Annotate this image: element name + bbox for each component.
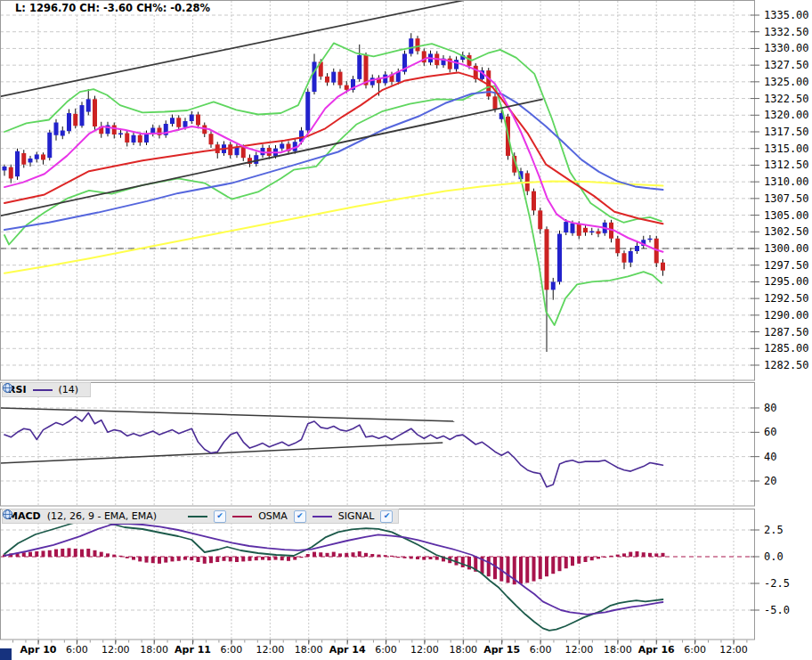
candle-body [86, 99, 91, 111]
last-price-readout: L: 1296.70 CH: -3.60 CH%: -0.28% [12, 2, 213, 14]
osma-bar [183, 557, 187, 560]
osma-bar [551, 557, 555, 574]
candle-body [176, 118, 181, 126]
osma-bar [261, 557, 264, 560]
rsi-tick-label: 20 [764, 475, 776, 487]
osma-bar [539, 557, 542, 579]
osma-label: OSMA [258, 510, 288, 522]
main-grid [0, 1, 755, 380]
price-tick-label: 1335.00 [764, 9, 809, 21]
candle-body [209, 134, 214, 144]
rsi-panel [0, 408, 663, 487]
price-tick-label: 1325.00 [764, 76, 809, 88]
candle-body [28, 159, 33, 162]
candle-body [313, 61, 317, 92]
main-panel-border [1, 1, 755, 381]
candle-body [635, 246, 639, 251]
macd-title: MACD [8, 510, 41, 522]
osma-bar [662, 553, 665, 557]
time-tick-label: 6:00 [684, 644, 706, 656]
time-tick-label: 6:00 [530, 644, 552, 656]
macd-panel [0, 519, 755, 631]
osma-bar [54, 550, 58, 557]
osma-bar [255, 557, 258, 560]
osma-bar [190, 557, 193, 560]
osma-bar [100, 552, 103, 557]
osma-checkbox[interactable]: ✔ [294, 510, 306, 523]
panel-borders [1, 1, 755, 640]
osma-bar [203, 557, 207, 564]
candle-body [170, 118, 175, 124]
osma-bar [22, 552, 26, 557]
candle-body [589, 232, 594, 232]
osma-histogram [3, 548, 665, 584]
osma-bar [461, 557, 465, 567]
candle-body [338, 72, 343, 86]
osma-bar [177, 557, 181, 561]
osma-bar [564, 557, 568, 568]
price-axis[interactable]: 1335.001332.501330.001327.501325.001322.… [751, 9, 809, 616]
osma-bar [422, 557, 426, 560]
osma-bar [435, 557, 439, 560]
signal-checkbox[interactable]: ✔ [380, 510, 393, 523]
osma-bar [164, 557, 167, 563]
macd-line-checkbox[interactable]: ✔ [214, 510, 226, 523]
price-tick-label: 1312.50 [764, 159, 809, 171]
candle-body [118, 133, 123, 134]
osma-bar [74, 549, 77, 557]
price-tick-label: 1310.00 [764, 175, 809, 188]
osma-bar [132, 557, 135, 560]
price-tick-label: 1320.00 [764, 109, 809, 121]
osma-bar [86, 549, 90, 557]
osma-bar [61, 549, 64, 557]
rsi-grid [0, 382, 755, 506]
time-tick-label: Apr 16 [638, 644, 675, 656]
candle-body [493, 96, 498, 109]
candle-body [280, 143, 284, 148]
osma-bar [248, 557, 252, 561]
osma-bar [267, 557, 271, 560]
candle-body [571, 224, 575, 233]
osma-bar [507, 557, 510, 583]
candle-body [629, 251, 633, 263]
candle-body [125, 133, 129, 142]
osma-bar [622, 553, 626, 557]
candle-body [228, 144, 232, 155]
macd-tick-label: 2.5 [764, 524, 784, 536]
price-tick-label: 1332.50 [764, 26, 809, 38]
rsi-panel-border [1, 383, 755, 507]
candle-body [196, 115, 200, 126]
osma-bar [558, 557, 562, 571]
candle-body [9, 167, 13, 179]
osma-bar [571, 557, 574, 566]
osma-bar [584, 557, 588, 562]
time-tick-label: Apr 15 [483, 644, 520, 656]
candle-body [144, 134, 149, 143]
osma-bar [577, 557, 581, 564]
osma-bar [532, 557, 536, 582]
time-axis[interactable]: Apr 106:0012:0018:00Apr 116:0012:0018:00… [13, 640, 748, 656]
rsi-header: RSI (14) [2, 382, 91, 397]
ema-slow-blue-line [4, 92, 663, 230]
candle-body [47, 133, 52, 158]
price-tick-label: 1330.00 [764, 42, 809, 54]
osma-bar [364, 553, 368, 557]
candle-body [622, 253, 627, 262]
chart-canvas: 1335.001332.501330.001327.501325.001322.… [0, 0, 812, 660]
candle-body [241, 147, 246, 158]
price-tick-label: 1287.50 [764, 326, 809, 338]
candle-body [254, 155, 258, 164]
candle-body [138, 135, 142, 143]
osma-bar [145, 557, 149, 563]
candle-body [383, 75, 387, 84]
time-tick-label: 12:00 [102, 644, 130, 656]
osma-swatch-icon [232, 516, 252, 517]
osma-bar [48, 550, 52, 557]
time-tick-label: 18:00 [449, 644, 477, 656]
trading-chart-window: 1335.001332.501330.001327.501325.001322.… [0, 0, 812, 660]
candle-body [21, 153, 26, 165]
osma-bar [280, 557, 284, 560]
price-tick-label: 1317.50 [764, 126, 809, 138]
osma-bar [590, 557, 594, 560]
time-tick-label: 18:00 [604, 644, 632, 656]
